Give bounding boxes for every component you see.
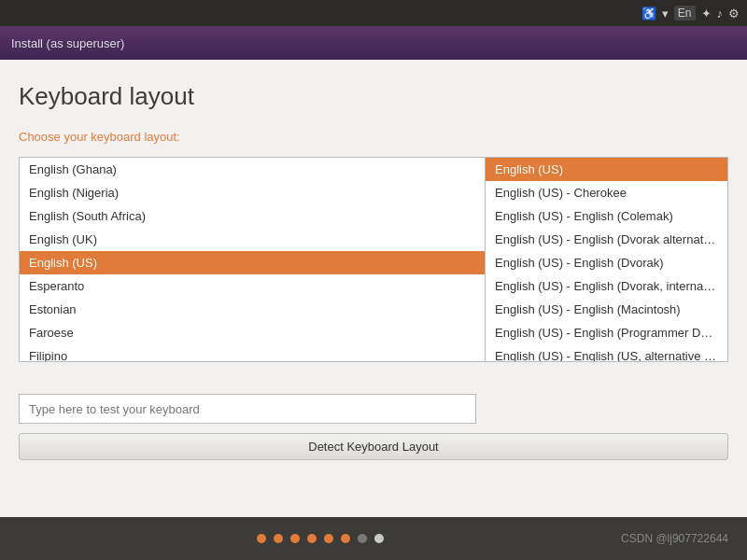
list-item-selected[interactable]: English (US) <box>20 251 485 274</box>
progress-dots <box>257 534 384 543</box>
language-indicator[interactable]: En <box>674 6 696 21</box>
variant-item[interactable]: English (US) - English (Dvorak alternati… <box>486 228 727 251</box>
window-title: Install (as superuser) <box>11 36 124 50</box>
watermark: CSDN @lj907722644 <box>621 532 728 545</box>
settings-icon: ⚙ <box>728 7 740 21</box>
bottom-bar: CSDN @lj907722644 <box>0 517 747 560</box>
variant-item-selected[interactable]: English (US) <box>486 158 727 181</box>
subtitle-suffix: layout: <box>141 130 180 144</box>
variant-item[interactable]: English (US) - English (Dvorak, internat… <box>486 274 727 298</box>
detect-keyboard-button[interactable]: Detect Keyboard Layout <box>19 433 728 460</box>
variant-item[interactable]: English (US) - English (Programmer Dvora… <box>486 321 727 344</box>
dot-4 <box>307 534 317 543</box>
keyboard-test-input[interactable] <box>19 394 476 424</box>
dot-8 <box>374 534 384 543</box>
layout-columns: English (Ghana) English (Nigeria) Englis… <box>19 157 728 373</box>
subtitle-highlight: keyboard <box>91 130 140 144</box>
dot-6 <box>341 534 350 543</box>
page-title: Keyboard layout <box>19 82 728 111</box>
dot-3 <box>290 534 300 543</box>
subtitle: Choose your keyboard layout: <box>19 130 728 144</box>
variant-item[interactable]: English (US) - Cherokee <box>486 181 727 204</box>
variant-item[interactable]: English (US) - English (Macintosh) <box>486 298 727 321</box>
dot-7 <box>358 534 367 543</box>
list-item[interactable]: English (Ghana) <box>20 158 485 181</box>
variant-item[interactable]: English (US) - English (US, alternative … <box>486 344 727 362</box>
test-input-wrap <box>19 394 728 424</box>
variant-list[interactable]: English (US) English (US) - Cherokee Eng… <box>486 157 728 362</box>
volume-icon: ♪ <box>717 7 724 21</box>
list-item[interactable]: English (UK) <box>20 228 485 251</box>
list-item[interactable]: Estonian <box>20 298 485 321</box>
list-item[interactable]: English (South Africa) <box>20 204 485 228</box>
dot-1 <box>257 534 266 543</box>
list-item[interactable]: Faroese <box>20 321 485 344</box>
list-item[interactable]: English (Nigeria) <box>20 181 485 204</box>
variant-item[interactable]: English (US) - English (Dvorak) <box>486 251 727 274</box>
dot-2 <box>274 534 283 543</box>
subtitle-prefix: Choose your <box>19 130 91 144</box>
list-item[interactable]: Esperanto <box>20 274 485 298</box>
bluetooth-icon: ✦ <box>701 7 712 21</box>
nav-buttons: Continue <box>19 473 728 502</box>
variant-item[interactable]: English (US) - English (Colemak) <box>486 204 727 228</box>
accessibility-icon: ♿ <box>641 7 656 21</box>
main-content: Keyboard layout Choose your keyboard lay… <box>0 60 747 517</box>
dot-5 <box>324 534 333 543</box>
language-list[interactable]: English (Ghana) English (Nigeria) Englis… <box>19 157 486 362</box>
wifi-icon: ▾ <box>662 7 669 21</box>
list-item[interactable]: Filipino <box>20 344 485 362</box>
title-bar: Install (as superuser) <box>0 26 747 60</box>
system-bar: ♿ ▾ En ✦ ♪ ⚙ <box>0 0 747 26</box>
